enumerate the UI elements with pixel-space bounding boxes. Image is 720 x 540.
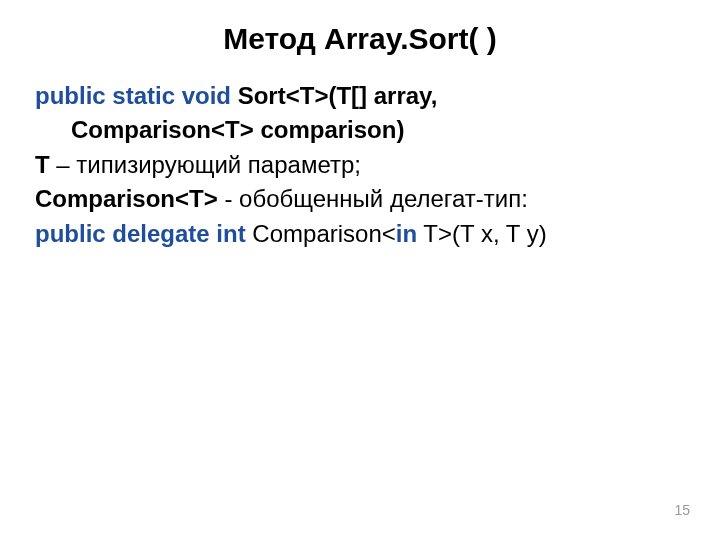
slide: Метод Array.Sort( ) public static void S…	[0, 0, 720, 540]
code-line-1: public static void Sort<T>(T[] array,	[35, 80, 685, 112]
text-line-4: Comparison<T> - обобщенный делегат-тип:	[35, 183, 685, 215]
keyword-public-static-void: public static void	[35, 82, 231, 109]
keyword-in: in	[396, 220, 417, 247]
code-text: Sort<T>(T[] array,	[231, 82, 437, 109]
comparison-type: Comparison<T>	[35, 185, 218, 212]
page-number: 15	[674, 502, 690, 518]
code-text: Comparison<	[246, 220, 396, 247]
text-line-3: T – типизирующий параметр;	[35, 149, 685, 181]
code-line-5: public delegate int Comparison<in T>(T x…	[35, 218, 685, 250]
type-param-t: T	[35, 151, 50, 178]
slide-content: public static void Sort<T>(T[] array, Co…	[35, 80, 685, 250]
code-line-2: Comparison<T> comparison)	[35, 114, 685, 146]
desc-text: - обобщенный делегат-тип:	[218, 185, 528, 212]
code-text: T>(T x, T y)	[417, 220, 547, 247]
slide-title: Метод Array.Sort( )	[35, 22, 685, 56]
desc-text: – типизирующий параметр;	[50, 151, 361, 178]
keyword-public-delegate-int: public delegate int	[35, 220, 246, 247]
